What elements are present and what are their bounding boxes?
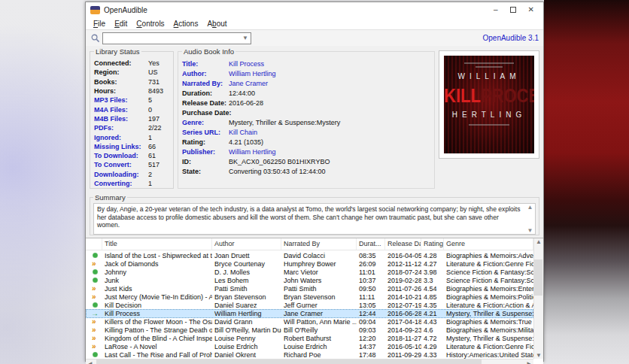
menu-item-controls[interactable]: Controls	[132, 18, 169, 29]
table-row[interactable]: Last Call - The Rise and Fall of Prohibi…	[86, 351, 533, 359]
horizontal-scroll-thumb[interactable]	[96, 359, 482, 364]
book-info-value[interactable]: Kill Process	[229, 60, 264, 68]
cell-narrator: John Waters	[281, 277, 357, 284]
table-row[interactable]: Kill DecisionDaniel SuarezJeff Gurner13:…	[86, 301, 533, 309]
cell-duration: 09:03	[357, 326, 385, 334]
book-info-label[interactable]: Title:	[182, 60, 229, 68]
column-header-status[interactable]	[86, 238, 102, 250]
table-row[interactable]: »Just Mercy (Movie Tie-In Edition) - A S…	[86, 293, 533, 301]
library-status-value: 8493	[148, 87, 163, 95]
library-status-label[interactable]: M4B Files:	[94, 115, 148, 123]
cell-title: Johnny	[102, 268, 212, 276]
table-row[interactable]: »Jack of DiamondsBryce CourtenayHumphrey…	[86, 259, 533, 268]
scroll-left-icon[interactable]: ◄	[87, 360, 93, 364]
column-header-title[interactable]: Title	[102, 238, 212, 250]
cell-release: 2011-09-29	[385, 351, 421, 359]
maximize-button[interactable]	[510, 7, 516, 13]
table-row[interactable]: »Just KidsPatti SmithPatti Smith09:50201…	[86, 284, 533, 293]
library-status-label[interactable]: Downloading:	[94, 171, 148, 178]
column-header-genre[interactable]: Genre	[444, 238, 533, 250]
library-status-label[interactable]: Missing Links:	[94, 143, 148, 150]
column-header-release-date[interactable]: Release Date	[385, 238, 421, 250]
table-row[interactable]: »Kingdom of the Blind - A Chief Inspecto…	[86, 335, 533, 343]
horizontal-scrollbar[interactable]: ◄ ►	[86, 359, 533, 364]
cell-genre: Biographies & Memoirs:Adventurers, Ex	[444, 252, 533, 259]
cell-genre: Biographies & Memoirs:True Crime:Mu	[444, 318, 533, 326]
table-row[interactable]: Island of the Lost - Shipwrecked at the …	[86, 251, 533, 259]
cell-author: Louise Erdrich	[212, 343, 281, 350]
library-status-row: Downloading:2	[94, 170, 169, 179]
book-info-label[interactable]: Series URL:	[182, 129, 229, 136]
book-info-label: Duration:	[182, 89, 229, 97]
library-status-value: 0	[148, 106, 152, 114]
column-header-narrated-by[interactable]: Narrated By	[281, 238, 357, 250]
column-header-rating[interactable]: Rating	[421, 238, 444, 250]
table-row[interactable]: JohnnyD. J. MollesMarc Vietor11:012018-0…	[86, 268, 533, 276]
cell-rating: 4.27	[421, 260, 444, 268]
scroll-down-icon[interactable]: ▼	[536, 352, 542, 359]
cell-title: Just Kids	[102, 285, 212, 293]
table-row[interactable]: »Killing Patton - The Strange Death of W…	[86, 326, 533, 335]
scroll-down-icon[interactable]: ▼	[527, 227, 533, 234]
library-status-label[interactable]: MP3 Files:	[94, 96, 148, 104]
cell-title: Killers of the Flower Moon - The Osage M…	[102, 318, 212, 326]
vertical-scrollbar[interactable]: ▲ ▼	[533, 238, 543, 359]
book-info-title: Audio Book Info	[182, 47, 235, 56]
cell-title: Island of the Lost - Shipwrecked at the …	[102, 252, 212, 259]
library-status-label[interactable]: M4A Files:	[94, 106, 148, 114]
scroll-up-icon[interactable]: ▲	[536, 238, 542, 245]
scroll-up-icon[interactable]: ▲	[527, 204, 533, 211]
book-info-value[interactable]: William Hertling	[229, 148, 276, 156]
vertical-scroll-thumb[interactable]	[534, 259, 542, 296]
status-complete-icon	[93, 302, 98, 308]
book-info-row: Duration:12:44:00	[182, 88, 430, 98]
book-info-label[interactable]: Publisher:	[182, 148, 229, 156]
cell-author: Bryce Courtenay	[212, 260, 281, 268]
book-info-label[interactable]: Author:	[182, 70, 229, 77]
cell-duration: 09:50	[357, 285, 385, 293]
library-status-row: Hours:8493	[94, 86, 169, 96]
book-info-value[interactable]: Kill Chain	[229, 129, 257, 136]
cell-author: Louise Penny	[212, 335, 281, 342]
library-status-label[interactable]: Ignored:	[94, 134, 148, 141]
cell-genre: Literature & Fiction:Genre Fiction:Liter…	[444, 260, 533, 268]
cell-duration: 08:35	[357, 252, 385, 259]
column-header-author[interactable]: Author	[212, 238, 281, 250]
book-info-label[interactable]: Genre:	[182, 119, 229, 126]
library-status-label[interactable]: To Convert:	[94, 161, 148, 168]
menu-item-actions[interactable]: Actions	[169, 18, 203, 29]
status-complete-icon	[93, 253, 98, 258]
table-row[interactable]: »LaRose - A NovelLouise ErdrichLouise Er…	[86, 343, 533, 351]
library-status-label[interactable]: To Download:	[94, 152, 148, 159]
cover-microtext-line	[464, 62, 514, 64]
book-info-label: Release Date:	[182, 99, 229, 107]
column-header-durat-[interactable]: Durat...	[357, 238, 385, 250]
close-button[interactable]: ✕	[528, 3, 534, 17]
search-input[interactable]	[103, 34, 240, 43]
book-info-row: State:Converting 03:50:43 of 12:44:00	[182, 166, 430, 176]
scroll-right-icon[interactable]: ►	[526, 360, 532, 364]
menu-item-edit[interactable]: Edit	[110, 18, 132, 29]
book-info-label[interactable]: Narrated By:	[182, 80, 229, 87]
table-row[interactable]: »Killers of the Flower Moon - The Osage …	[86, 318, 533, 326]
menu-item-about[interactable]: About	[202, 18, 231, 29]
cell-narrator: Patti Smith	[281, 285, 357, 293]
desktop-wallpaper-red	[544, 0, 629, 364]
library-status-label[interactable]: Converting:	[94, 180, 148, 187]
table-row[interactable]: JunkLes BohemJohn Waters10:372019-02-283…	[86, 276, 533, 284]
book-info-panel: Audio Book Info Title:Kill ProcessAuthor…	[178, 47, 435, 189]
cell-rating: 4.43	[421, 318, 444, 326]
book-info-row: Title:Kill Process	[182, 59, 430, 68]
minimize-button[interactable]: –	[494, 3, 498, 17]
book-info-value[interactable]: Jane Cramer	[229, 80, 268, 87]
table-row-selected[interactable]: →Kill ProcessWilliam HertlingJane Cramer…	[86, 309, 533, 317]
library-status-row: To Download:61	[94, 151, 169, 160]
chevron-down-icon[interactable]: ▼	[240, 35, 251, 41]
menu-item-file[interactable]: File	[89, 18, 110, 29]
cell-title: Killing Patton - The Strange Death of Wo…	[102, 326, 212, 334]
cell-genre: Biographies & Memoirs:Politics & Activ	[444, 293, 533, 301]
library-status-label[interactable]: PDFs:	[94, 124, 148, 132]
cover-microtext-line	[469, 124, 509, 126]
book-info-value[interactable]: William Hertling	[229, 70, 276, 77]
cell-genre: Science Fiction & Fantasy:Science Fictio	[444, 268, 533, 276]
